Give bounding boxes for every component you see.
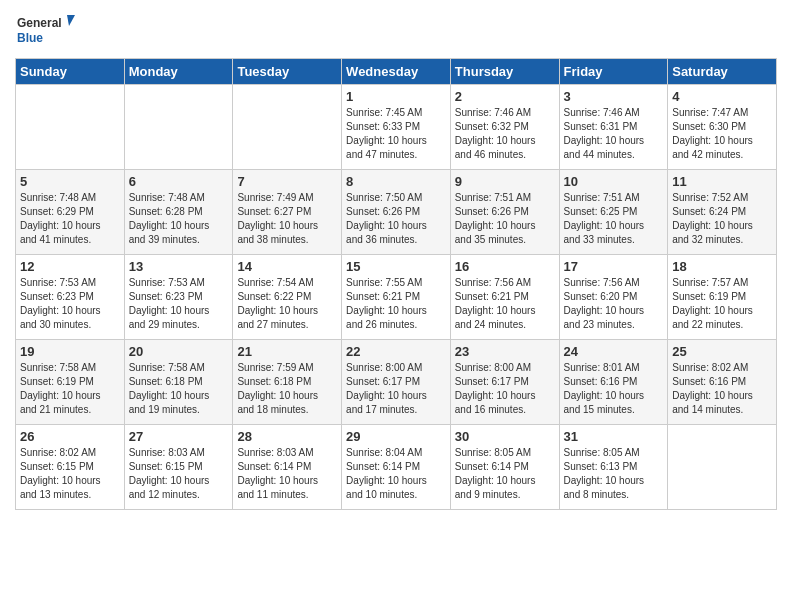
calendar-cell: 11Sunrise: 7:52 AM Sunset: 6:24 PM Dayli… — [668, 170, 777, 255]
day-info: Sunrise: 8:01 AM Sunset: 6:16 PM Dayligh… — [564, 361, 664, 417]
day-number: 15 — [346, 259, 446, 274]
calendar-week-4: 26Sunrise: 8:02 AM Sunset: 6:15 PM Dayli… — [16, 425, 777, 510]
day-info: Sunrise: 8:00 AM Sunset: 6:17 PM Dayligh… — [346, 361, 446, 417]
day-info: Sunrise: 7:57 AM Sunset: 6:19 PM Dayligh… — [672, 276, 772, 332]
day-number: 13 — [129, 259, 229, 274]
day-info: Sunrise: 7:48 AM Sunset: 6:28 PM Dayligh… — [129, 191, 229, 247]
day-info: Sunrise: 7:58 AM Sunset: 6:19 PM Dayligh… — [20, 361, 120, 417]
calendar-cell: 31Sunrise: 8:05 AM Sunset: 6:13 PM Dayli… — [559, 425, 668, 510]
calendar-cell: 24Sunrise: 8:01 AM Sunset: 6:16 PM Dayli… — [559, 340, 668, 425]
calendar-cell: 5Sunrise: 7:48 AM Sunset: 6:29 PM Daylig… — [16, 170, 125, 255]
calendar-cell — [668, 425, 777, 510]
day-number: 17 — [564, 259, 664, 274]
day-info: Sunrise: 7:47 AM Sunset: 6:30 PM Dayligh… — [672, 106, 772, 162]
calendar-cell — [16, 85, 125, 170]
calendar-cell: 19Sunrise: 7:58 AM Sunset: 6:19 PM Dayli… — [16, 340, 125, 425]
svg-text:Blue: Blue — [17, 31, 43, 45]
day-info: Sunrise: 8:02 AM Sunset: 6:16 PM Dayligh… — [672, 361, 772, 417]
calendar-cell: 28Sunrise: 8:03 AM Sunset: 6:14 PM Dayli… — [233, 425, 342, 510]
day-number: 10 — [564, 174, 664, 189]
day-number: 30 — [455, 429, 555, 444]
day-number: 3 — [564, 89, 664, 104]
header-thursday: Thursday — [450, 59, 559, 85]
day-number: 29 — [346, 429, 446, 444]
calendar-cell: 2Sunrise: 7:46 AM Sunset: 6:32 PM Daylig… — [450, 85, 559, 170]
day-info: Sunrise: 7:53 AM Sunset: 6:23 PM Dayligh… — [129, 276, 229, 332]
calendar-cell: 10Sunrise: 7:51 AM Sunset: 6:25 PM Dayli… — [559, 170, 668, 255]
calendar-cell: 20Sunrise: 7:58 AM Sunset: 6:18 PM Dayli… — [124, 340, 233, 425]
day-number: 26 — [20, 429, 120, 444]
calendar-week-2: 12Sunrise: 7:53 AM Sunset: 6:23 PM Dayli… — [16, 255, 777, 340]
day-number: 19 — [20, 344, 120, 359]
day-number: 31 — [564, 429, 664, 444]
day-info: Sunrise: 7:56 AM Sunset: 6:20 PM Dayligh… — [564, 276, 664, 332]
calendar-cell: 26Sunrise: 8:02 AM Sunset: 6:15 PM Dayli… — [16, 425, 125, 510]
day-info: Sunrise: 7:50 AM Sunset: 6:26 PM Dayligh… — [346, 191, 446, 247]
calendar-header-row: SundayMondayTuesdayWednesdayThursdayFrid… — [16, 59, 777, 85]
day-info: Sunrise: 7:46 AM Sunset: 6:32 PM Dayligh… — [455, 106, 555, 162]
calendar-cell — [233, 85, 342, 170]
day-number: 24 — [564, 344, 664, 359]
calendar-cell: 30Sunrise: 8:05 AM Sunset: 6:14 PM Dayli… — [450, 425, 559, 510]
calendar-cell: 15Sunrise: 7:55 AM Sunset: 6:21 PM Dayli… — [342, 255, 451, 340]
day-number: 25 — [672, 344, 772, 359]
logo-svg: General Blue — [15, 10, 75, 50]
header-sunday: Sunday — [16, 59, 125, 85]
calendar-cell: 3Sunrise: 7:46 AM Sunset: 6:31 PM Daylig… — [559, 85, 668, 170]
day-info: Sunrise: 7:56 AM Sunset: 6:21 PM Dayligh… — [455, 276, 555, 332]
calendar-cell: 4Sunrise: 7:47 AM Sunset: 6:30 PM Daylig… — [668, 85, 777, 170]
header-friday: Friday — [559, 59, 668, 85]
day-number: 8 — [346, 174, 446, 189]
day-info: Sunrise: 7:54 AM Sunset: 6:22 PM Dayligh… — [237, 276, 337, 332]
day-info: Sunrise: 7:52 AM Sunset: 6:24 PM Dayligh… — [672, 191, 772, 247]
day-number: 1 — [346, 89, 446, 104]
calendar-cell: 23Sunrise: 8:00 AM Sunset: 6:17 PM Dayli… — [450, 340, 559, 425]
day-info: Sunrise: 8:00 AM Sunset: 6:17 PM Dayligh… — [455, 361, 555, 417]
calendar-cell: 7Sunrise: 7:49 AM Sunset: 6:27 PM Daylig… — [233, 170, 342, 255]
day-info: Sunrise: 7:48 AM Sunset: 6:29 PM Dayligh… — [20, 191, 120, 247]
page-header: General Blue — [15, 10, 777, 50]
calendar-week-3: 19Sunrise: 7:58 AM Sunset: 6:19 PM Dayli… — [16, 340, 777, 425]
day-number: 6 — [129, 174, 229, 189]
calendar-cell: 22Sunrise: 8:00 AM Sunset: 6:17 PM Dayli… — [342, 340, 451, 425]
header-monday: Monday — [124, 59, 233, 85]
day-info: Sunrise: 7:45 AM Sunset: 6:33 PM Dayligh… — [346, 106, 446, 162]
day-number: 20 — [129, 344, 229, 359]
day-number: 27 — [129, 429, 229, 444]
logo: General Blue — [15, 10, 75, 50]
calendar-cell: 14Sunrise: 7:54 AM Sunset: 6:22 PM Dayli… — [233, 255, 342, 340]
calendar-cell: 13Sunrise: 7:53 AM Sunset: 6:23 PM Dayli… — [124, 255, 233, 340]
day-info: Sunrise: 8:02 AM Sunset: 6:15 PM Dayligh… — [20, 446, 120, 502]
calendar-cell: 29Sunrise: 8:04 AM Sunset: 6:14 PM Dayli… — [342, 425, 451, 510]
calendar-table: SundayMondayTuesdayWednesdayThursdayFrid… — [15, 58, 777, 510]
day-number: 23 — [455, 344, 555, 359]
day-number: 21 — [237, 344, 337, 359]
day-number: 22 — [346, 344, 446, 359]
header-wednesday: Wednesday — [342, 59, 451, 85]
calendar-week-0: 1Sunrise: 7:45 AM Sunset: 6:33 PM Daylig… — [16, 85, 777, 170]
calendar-cell: 17Sunrise: 7:56 AM Sunset: 6:20 PM Dayli… — [559, 255, 668, 340]
day-number: 2 — [455, 89, 555, 104]
day-info: Sunrise: 7:58 AM Sunset: 6:18 PM Dayligh… — [129, 361, 229, 417]
calendar-cell: 18Sunrise: 7:57 AM Sunset: 6:19 PM Dayli… — [668, 255, 777, 340]
header-tuesday: Tuesday — [233, 59, 342, 85]
day-number: 14 — [237, 259, 337, 274]
day-number: 18 — [672, 259, 772, 274]
day-info: Sunrise: 8:03 AM Sunset: 6:15 PM Dayligh… — [129, 446, 229, 502]
day-info: Sunrise: 7:46 AM Sunset: 6:31 PM Dayligh… — [564, 106, 664, 162]
day-number: 7 — [237, 174, 337, 189]
day-info: Sunrise: 7:59 AM Sunset: 6:18 PM Dayligh… — [237, 361, 337, 417]
day-number: 5 — [20, 174, 120, 189]
calendar-cell — [124, 85, 233, 170]
svg-text:General: General — [17, 16, 62, 30]
day-info: Sunrise: 8:04 AM Sunset: 6:14 PM Dayligh… — [346, 446, 446, 502]
day-info: Sunrise: 8:05 AM Sunset: 6:14 PM Dayligh… — [455, 446, 555, 502]
calendar-cell: 1Sunrise: 7:45 AM Sunset: 6:33 PM Daylig… — [342, 85, 451, 170]
calendar-cell: 21Sunrise: 7:59 AM Sunset: 6:18 PM Dayli… — [233, 340, 342, 425]
calendar-cell: 27Sunrise: 8:03 AM Sunset: 6:15 PM Dayli… — [124, 425, 233, 510]
day-info: Sunrise: 7:49 AM Sunset: 6:27 PM Dayligh… — [237, 191, 337, 247]
calendar-cell: 25Sunrise: 8:02 AM Sunset: 6:16 PM Dayli… — [668, 340, 777, 425]
calendar-cell: 6Sunrise: 7:48 AM Sunset: 6:28 PM Daylig… — [124, 170, 233, 255]
day-info: Sunrise: 7:53 AM Sunset: 6:23 PM Dayligh… — [20, 276, 120, 332]
day-number: 4 — [672, 89, 772, 104]
